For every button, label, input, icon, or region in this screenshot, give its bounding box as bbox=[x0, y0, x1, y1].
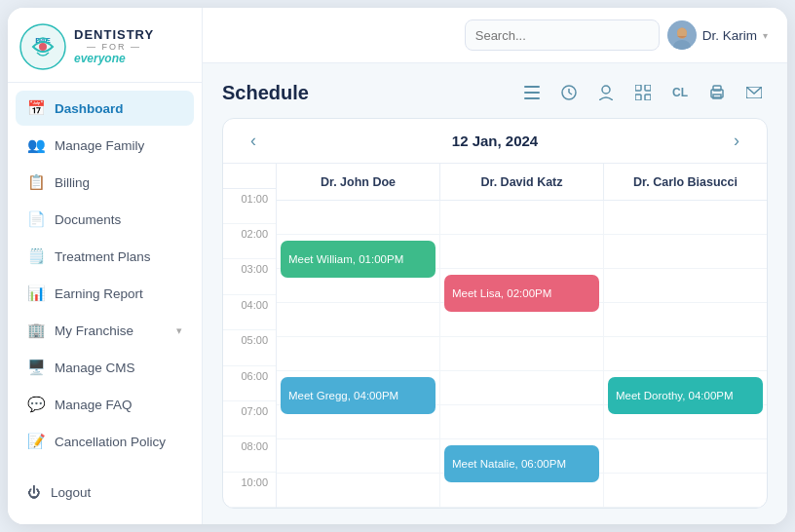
chevron-icon: ▾ bbox=[176, 324, 182, 337]
svg-rect-16 bbox=[635, 95, 641, 100]
sidebar-item-treatment-plans[interactable]: 🗒️ Treatment Plans bbox=[16, 239, 194, 274]
nav-icon-cancellation-policy: 📝 bbox=[27, 433, 45, 450]
app-container: D4E DENTISTRY — FOR — everyone 📅 Dashboa… bbox=[8, 8, 787, 524]
svg-rect-15 bbox=[645, 85, 651, 91]
svg-rect-7 bbox=[524, 86, 540, 88]
logo-dentistry-label: DENTISTRY bbox=[74, 28, 154, 42]
user-info[interactable]: Dr. Karim ▾ bbox=[667, 20, 768, 50]
logo-everyone-label: everyone bbox=[74, 53, 154, 65]
svg-line-12 bbox=[569, 93, 572, 95]
time-slot-1000: 10:00 bbox=[223, 473, 276, 508]
next-date-button[interactable]: › bbox=[726, 129, 747, 153]
logout-area: ⏻ Logout bbox=[8, 476, 202, 509]
nav-label-earning-report: Earning Report bbox=[55, 286, 143, 301]
mail-icon[interactable] bbox=[740, 79, 768, 106]
nav-label-documents: Documents bbox=[55, 212, 121, 227]
slot-row bbox=[277, 474, 439, 508]
topbar: Dr. Karim ▾ bbox=[203, 8, 787, 63]
slot-row bbox=[604, 235, 767, 269]
sidebar-item-my-franchise[interactable]: 🏢 My Franchise ▾ bbox=[16, 313, 194, 348]
calendar-grid: 01:00 02:00 03:00 04:00 05:00 06:00 07:0… bbox=[223, 164, 767, 508]
slot-row bbox=[440, 201, 603, 235]
time-header-empty bbox=[223, 164, 276, 189]
time-slot-0500: 05:00 bbox=[223, 330, 276, 365]
schedule-title: Schedule bbox=[222, 82, 309, 104]
nav-label-cancellation-policy: Cancellation Policy bbox=[55, 435, 166, 449]
appointment-natalie[interactable]: Meet Natalie, 06:00PM bbox=[444, 445, 599, 482]
nav-icon-billing: 📋 bbox=[27, 173, 45, 191]
print-icon[interactable] bbox=[703, 79, 731, 106]
user-name-label: Dr. Karim bbox=[702, 28, 757, 43]
user-icon[interactable] bbox=[592, 79, 620, 106]
sidebar: D4E DENTISTRY — FOR — everyone 📅 Dashboa… bbox=[8, 8, 203, 524]
nav-label-manage-cms: Manage CMS bbox=[55, 361, 135, 375]
slot-row bbox=[440, 235, 603, 269]
svg-rect-17 bbox=[645, 95, 651, 100]
time-slot-0100: 01:00 bbox=[223, 189, 276, 224]
slot-row bbox=[604, 269, 767, 303]
sidebar-item-earning-report[interactable]: 📊 Earning Report bbox=[16, 276, 194, 311]
slot-row bbox=[440, 371, 603, 405]
avatar-image bbox=[667, 20, 697, 50]
logo-text: DENTISTRY — FOR — everyone bbox=[74, 28, 154, 64]
time-slot-0200: 02:00 bbox=[223, 224, 276, 259]
cl-icon[interactable]: CL bbox=[666, 79, 694, 106]
toolbar-icons: CL bbox=[518, 79, 768, 106]
appointment-dorothy[interactable]: Meet Dorothy, 04:00PM bbox=[608, 377, 763, 414]
sidebar-item-manage-cms[interactable]: 🖥️ Manage CMS bbox=[16, 350, 194, 385]
grid-icon[interactable] bbox=[629, 79, 657, 106]
nav-icon-earning-report: 📊 bbox=[27, 285, 45, 302]
nav-label-my-franchise: My Franchise bbox=[55, 323, 133, 338]
doctor-col-carlo-biasucci: Meet Dorothy, 04:00PM bbox=[604, 201, 767, 508]
time-slot-0300: 03:00 bbox=[223, 259, 276, 294]
slot-row: Meet Natalie, 06:00PM bbox=[440, 439, 603, 474]
logo-icon: D4E bbox=[19, 23, 66, 70]
list-icon[interactable] bbox=[518, 79, 546, 106]
prev-date-button[interactable]: ‹ bbox=[243, 129, 264, 153]
doctor-header-david-katz: Dr. David Katz bbox=[440, 164, 604, 200]
nav-items: 📅 Dashboard 👥 Manage Family 📋 Billing 📄 … bbox=[8, 91, 202, 469]
search-input[interactable] bbox=[465, 19, 660, 51]
doctor-header-carlo-biasucci: Dr. Carlo Biasucci bbox=[604, 164, 767, 200]
time-slot-0600: 06:00 bbox=[223, 366, 276, 401]
sidebar-item-cancellation-policy[interactable]: 📝 Cancellation Policy bbox=[16, 424, 194, 459]
slot-row bbox=[604, 303, 767, 337]
appointment-lisa[interactable]: Meet Lisa, 02:00PM bbox=[444, 275, 599, 312]
slot-row: Meet William, 01:00PM bbox=[277, 235, 439, 269]
sidebar-item-dashboard[interactable]: 📅 Dashboard bbox=[16, 91, 194, 126]
sidebar-item-manage-faq[interactable]: 💬 Manage FAQ bbox=[16, 387, 194, 422]
nav-icon-documents: 📄 bbox=[27, 210, 45, 228]
slot-row bbox=[277, 201, 439, 235]
time-slot-0800: 08:00 bbox=[223, 437, 276, 472]
doctors-header: Dr. John Doe Dr. David Katz Dr. Carlo Bi… bbox=[277, 164, 767, 201]
clock-icon[interactable] bbox=[555, 79, 583, 106]
svg-rect-20 bbox=[713, 95, 721, 98]
nav-label-manage-family: Manage Family bbox=[55, 138, 144, 153]
sidebar-item-documents[interactable]: 📄 Documents bbox=[16, 202, 194, 237]
slot-row bbox=[604, 474, 767, 508]
slot-row bbox=[277, 303, 439, 337]
calendar-nav: ‹ 12 Jan, 2024 › bbox=[223, 119, 767, 164]
svg-rect-9 bbox=[524, 97, 540, 99]
nav-label-manage-faq: Manage FAQ bbox=[55, 398, 132, 412]
logout-button[interactable]: ⏻ Logout bbox=[16, 476, 194, 509]
doctors-area: Dr. John Doe Dr. David Katz Dr. Carlo Bi… bbox=[277, 164, 767, 508]
appointment-william[interactable]: Meet William, 01:00PM bbox=[281, 241, 435, 278]
slot-row bbox=[277, 439, 439, 474]
svg-point-2 bbox=[39, 43, 47, 51]
slot-row bbox=[440, 405, 603, 439]
svg-rect-8 bbox=[524, 92, 540, 94]
avatar bbox=[667, 20, 697, 50]
schedule-header: Schedule CL bbox=[222, 79, 768, 106]
nav-icon-manage-family: 👥 bbox=[27, 136, 45, 154]
sidebar-item-billing[interactable]: 📋 Billing bbox=[16, 165, 194, 200]
appointment-gregg[interactable]: Meet Gregg, 04:00PM bbox=[281, 377, 435, 414]
svg-point-13 bbox=[602, 86, 610, 94]
sidebar-item-manage-family[interactable]: 👥 Manage Family bbox=[16, 128, 194, 163]
slot-row bbox=[277, 337, 439, 371]
calendar-card: ‹ 12 Jan, 2024 › 01:00 02:00 03:00 04:00… bbox=[222, 118, 768, 509]
schedule-area: Schedule CL bbox=[203, 63, 787, 524]
nav-label-treatment-plans: Treatment Plans bbox=[55, 249, 151, 264]
slot-row bbox=[604, 201, 767, 235]
time-slot-0400: 04:00 bbox=[223, 295, 276, 330]
